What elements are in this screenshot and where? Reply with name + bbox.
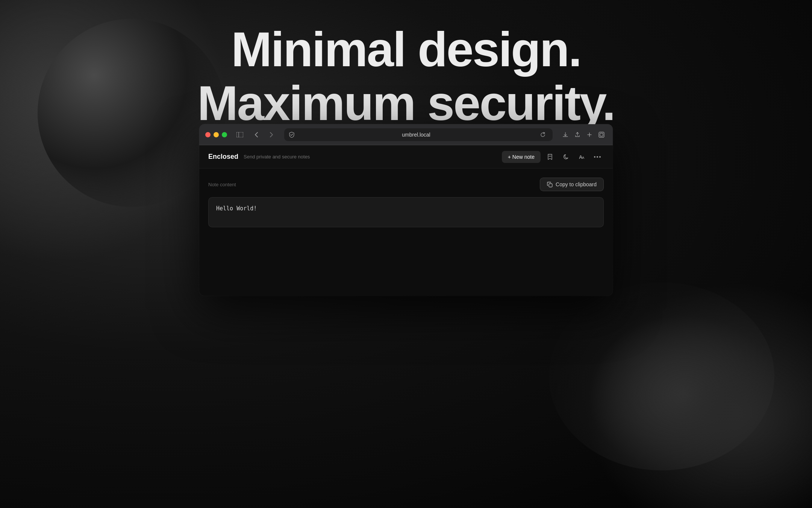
bg-sphere-2	[549, 282, 774, 470]
note-content-label: Note content	[208, 182, 236, 187]
header-actions: + New note A	[502, 151, 604, 163]
more-options-button[interactable]	[591, 151, 604, 163]
app-content: Enclosed Send private and secure notes +…	[199, 145, 613, 296]
traffic-lights	[205, 132, 227, 137]
maximize-button[interactable]	[222, 132, 227, 137]
hero-line-2: Maximum security.	[0, 76, 812, 130]
hero-section: Minimal design. Maximum security.	[0, 23, 812, 130]
forward-button[interactable]	[266, 129, 277, 140]
app-name: Enclosed	[208, 153, 238, 161]
copy-button-label: Copy to clipboard	[556, 181, 597, 187]
new-note-button[interactable]: + New note	[502, 151, 541, 163]
svg-point-7	[597, 156, 598, 158]
hero-line-1: Minimal design.	[0, 23, 812, 76]
note-area: Note content Copy to clipboard Hello Wor…	[199, 169, 613, 236]
svg-rect-2	[599, 132, 604, 137]
svg-rect-0	[236, 132, 243, 137]
translate-button[interactable]: A A	[575, 151, 588, 163]
browser-window: umbrel.local	[199, 124, 613, 296]
minimize-button[interactable]	[214, 132, 219, 137]
security-shield-icon	[289, 132, 295, 138]
svg-rect-9	[549, 184, 552, 187]
app-subtitle: Send private and secure notes	[244, 154, 310, 160]
svg-rect-3	[600, 133, 603, 136]
address-bar[interactable]: umbrel.local	[284, 128, 553, 141]
svg-point-6	[594, 156, 595, 158]
reload-button[interactable]	[538, 129, 548, 140]
note-text: Hello World!	[216, 205, 596, 212]
close-button[interactable]	[205, 132, 211, 137]
tabs-button[interactable]	[596, 129, 607, 140]
url-display: umbrel.local	[298, 132, 535, 138]
browser-chrome: umbrel.local	[199, 124, 613, 145]
copy-to-clipboard-button[interactable]: Copy to clipboard	[540, 178, 604, 191]
svg-text:A: A	[582, 156, 585, 160]
share-button[interactable]	[572, 129, 583, 140]
note-content-header: Note content Copy to clipboard	[208, 178, 604, 191]
download-button[interactable]	[560, 129, 571, 140]
back-button[interactable]	[251, 129, 262, 140]
new-tab-button[interactable]	[584, 129, 595, 140]
bookmark-icon-button[interactable]	[544, 151, 556, 163]
app-header: Enclosed Send private and secure notes +…	[199, 145, 613, 169]
sidebar-toggle-button[interactable]	[235, 129, 245, 140]
browser-action-buttons	[560, 129, 607, 140]
app-title-group: Enclosed Send private and secure notes	[208, 153, 310, 161]
dark-mode-button[interactable]	[559, 151, 572, 163]
note-box: Hello World!	[208, 197, 604, 227]
svg-point-8	[599, 156, 601, 158]
